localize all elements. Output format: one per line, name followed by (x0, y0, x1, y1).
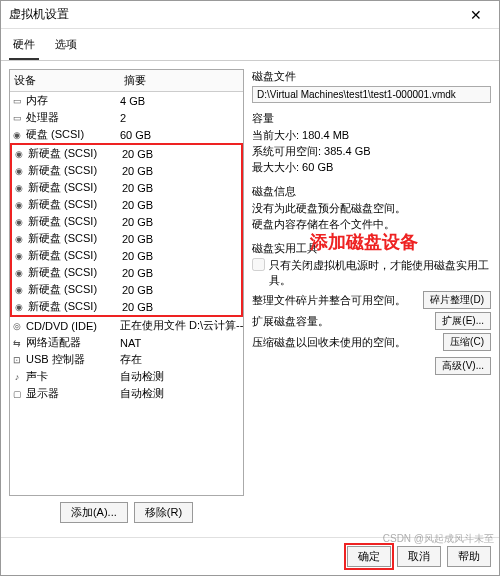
device-name: USB 控制器 (24, 352, 120, 367)
highlighted-new-disks: ◉新硬盘 (SCSI)20 GB◉新硬盘 (SCSI)20 GB◉新硬盘 (SC… (10, 143, 243, 317)
device-name: 硬盘 (SCSI) (24, 127, 120, 142)
device-icon: ⊡ (10, 355, 24, 365)
disk-file-label: 磁盘文件 (252, 69, 491, 84)
left-panel: 设备 摘要 ▭内存4 GB▭处理器2◉硬盘 (SCSI)60 GB◉新硬盘 (S… (9, 69, 244, 529)
device-row[interactable]: ◉新硬盘 (SCSI)20 GB (12, 264, 241, 281)
capacity-section: 容量 当前大小: 180.4 MB 系统可用空间: 385.4 GB 最大大小:… (252, 111, 491, 176)
cancel-button[interactable]: 取消 (397, 546, 441, 567)
disk-file-input[interactable] (252, 86, 491, 103)
defrag-text: 整理文件碎片并整合可用空间。 (252, 293, 406, 308)
device-row[interactable]: ▭内存4 GB (10, 92, 243, 109)
power-off-checkbox (252, 258, 265, 271)
tab-hardware[interactable]: 硬件 (9, 33, 39, 60)
device-icon: ◉ (12, 268, 26, 278)
device-name: 新硬盘 (SCSI) (26, 163, 122, 178)
device-icon: ♪ (10, 372, 24, 382)
device-row[interactable]: ◉新硬盘 (SCSI)20 GB (12, 145, 241, 162)
ok-button[interactable]: 确定 (347, 546, 391, 567)
device-icon: ◉ (12, 183, 26, 193)
device-icon: ◉ (12, 302, 26, 312)
device-row[interactable]: ◉新硬盘 (SCSI)20 GB (12, 298, 241, 315)
device-name: 内存 (24, 93, 120, 108)
device-name: 新硬盘 (SCSI) (26, 248, 122, 263)
device-row[interactable]: ◉新硬盘 (SCSI)20 GB (12, 162, 241, 179)
device-row[interactable]: ◎CD/DVD (IDE)正在使用文件 D:\云计算--搭... (10, 317, 243, 334)
power-off-text: 只有关闭虚拟机电源时，才能使用磁盘实用工具。 (269, 258, 491, 288)
device-row[interactable]: ♪声卡自动检测 (10, 368, 243, 385)
device-row[interactable]: ⇆网络适配器NAT (10, 334, 243, 351)
tab-bar: 硬件 选项 (1, 29, 499, 61)
device-summary: 自动检测 (120, 369, 243, 384)
disk-file-section: 磁盘文件 (252, 69, 491, 103)
device-row[interactable]: ◉新硬盘 (SCSI)20 GB (12, 281, 241, 298)
device-list: 设备 摘要 ▭内存4 GB▭处理器2◉硬盘 (SCSI)60 GB◉新硬盘 (S… (9, 69, 244, 496)
device-icon: ◉ (12, 217, 26, 227)
device-name: 显示器 (24, 386, 120, 401)
device-icon: ▢ (10, 389, 24, 399)
list-header: 设备 摘要 (10, 70, 243, 92)
disk-info-section: 磁盘信息 没有为此硬盘预分配磁盘空间。 硬盘内容存储在各个文件中。 (252, 184, 491, 233)
disk-info-label: 磁盘信息 (252, 184, 491, 199)
device-summary: 20 GB (122, 182, 241, 194)
device-name: 网络适配器 (24, 335, 120, 350)
close-icon[interactable]: ✕ (461, 5, 491, 25)
device-summary: 4 GB (120, 95, 243, 107)
device-name: 声卡 (24, 369, 120, 384)
device-name: 新硬盘 (SCSI) (26, 299, 122, 314)
device-icon: ◉ (12, 200, 26, 210)
device-icon: ◉ (12, 285, 26, 295)
compact-button[interactable]: 压缩(C) (443, 333, 491, 351)
device-name: 处理器 (24, 110, 120, 125)
device-summary: 2 (120, 112, 243, 124)
device-summary: 自动检测 (120, 386, 243, 401)
device-row[interactable]: ▭处理器2 (10, 109, 243, 126)
device-name: 新硬盘 (SCSI) (26, 282, 122, 297)
device-icon: ◉ (12, 251, 26, 261)
device-name: 新硬盘 (SCSI) (26, 231, 122, 246)
device-icon: ◉ (12, 234, 26, 244)
device-summary: 20 GB (122, 267, 241, 279)
device-icon: ◉ (10, 130, 24, 140)
help-button[interactable]: 帮助 (447, 546, 491, 567)
device-icon: ◉ (12, 149, 26, 159)
disk-tools-section: 磁盘实用工具 只有关闭虚拟机电源时，才能使用磁盘实用工具。 整理文件碎片并整合可… (252, 241, 491, 378)
device-row[interactable]: ◉硬盘 (SCSI)60 GB (10, 126, 243, 143)
device-name: 新硬盘 (SCSI) (26, 265, 122, 280)
add-button[interactable]: 添加(A)... (60, 502, 128, 523)
footer: 确定 取消 帮助 (1, 537, 499, 575)
advanced-button[interactable]: 高级(V)... (435, 357, 491, 375)
device-name: 新硬盘 (SCSI) (26, 180, 122, 195)
device-icon: ⇆ (10, 338, 24, 348)
device-buttons: 添加(A)... 移除(R) (9, 496, 244, 529)
device-summary: 20 GB (122, 165, 241, 177)
device-row[interactable]: ⊡USB 控制器存在 (10, 351, 243, 368)
max-size: 最大大小: 60 GB (252, 160, 491, 175)
tab-options[interactable]: 选项 (51, 33, 81, 60)
expand-button[interactable]: 扩展(E)... (435, 312, 491, 330)
list-body[interactable]: ▭内存4 GB▭处理器2◉硬盘 (SCSI)60 GB◉新硬盘 (SCSI)20… (10, 92, 243, 402)
device-summary: 20 GB (122, 284, 241, 296)
device-name: 新硬盘 (SCSI) (26, 146, 122, 161)
current-size: 当前大小: 180.4 MB (252, 128, 491, 143)
device-summary: 20 GB (122, 148, 241, 160)
device-row[interactable]: ▢显示器自动检测 (10, 385, 243, 402)
device-summary: 60 GB (120, 129, 243, 141)
device-summary: 存在 (120, 352, 243, 367)
device-name: CD/DVD (IDE) (24, 320, 120, 332)
col-device: 设备 (10, 70, 120, 91)
device-row[interactable]: ◉新硬盘 (SCSI)20 GB (12, 247, 241, 264)
right-panel: 磁盘文件 容量 当前大小: 180.4 MB 系统可用空间: 385.4 GB … (252, 69, 491, 529)
disk-info-2: 硬盘内容存储在各个文件中。 (252, 217, 491, 232)
device-row[interactable]: ◉新硬盘 (SCSI)20 GB (12, 230, 241, 247)
device-name: 新硬盘 (SCSI) (26, 197, 122, 212)
device-summary: 正在使用文件 D:\云计算--搭... (120, 318, 243, 333)
device-row[interactable]: ◉新硬盘 (SCSI)20 GB (12, 179, 241, 196)
device-summary: 20 GB (122, 233, 241, 245)
device-row[interactable]: ◉新硬盘 (SCSI)20 GB (12, 213, 241, 230)
device-summary: 20 GB (122, 250, 241, 262)
device-row[interactable]: ◉新硬盘 (SCSI)20 GB (12, 196, 241, 213)
tools-label: 磁盘实用工具 (252, 241, 491, 256)
power-off-note: 只有关闭虚拟机电源时，才能使用磁盘实用工具。 (252, 258, 491, 288)
remove-button[interactable]: 移除(R) (134, 502, 193, 523)
defrag-button[interactable]: 碎片整理(D) (423, 291, 491, 309)
